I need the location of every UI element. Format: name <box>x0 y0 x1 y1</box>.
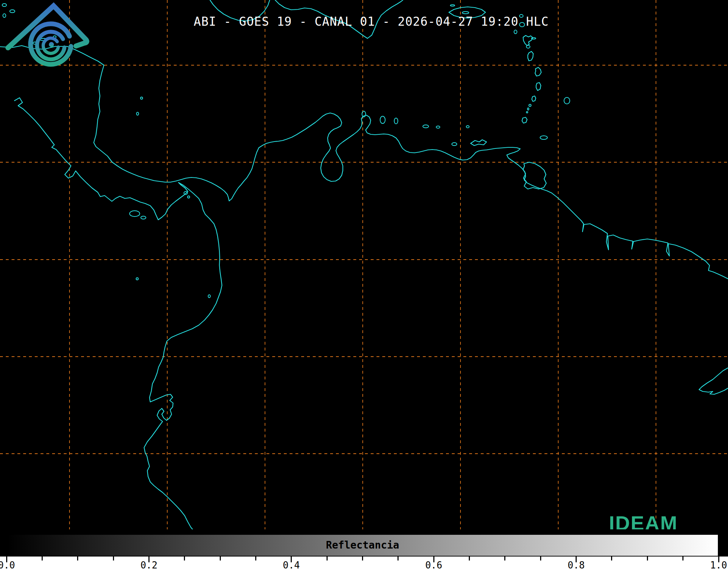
island-coiba <box>130 211 140 217</box>
island-curacao <box>380 116 385 123</box>
island-montserrat <box>514 30 517 34</box>
colorbar-tick-label: 0.0 <box>0 560 15 571</box>
colorbar-tick <box>469 557 470 560</box>
colorbar-tick <box>362 557 363 560</box>
island-la-tortuga <box>452 143 457 146</box>
logo-mountain-icon <box>8 6 87 48</box>
island-gorgona <box>208 295 210 298</box>
island-tobago <box>540 136 547 139</box>
island-guadeloupe <box>523 35 533 46</box>
island-san-andres <box>136 112 139 115</box>
island-los-roques <box>423 125 429 128</box>
colorbar-tick-label: 0.8 <box>568 560 585 571</box>
island-bonaire <box>394 118 398 124</box>
colorbar-tick <box>42 557 43 560</box>
island-grenadine-3 <box>526 112 528 113</box>
island-trinidad <box>523 162 546 189</box>
colorbar-tick-label: 1.0 <box>710 560 727 571</box>
island-barbados <box>564 97 570 104</box>
island-st-vincent <box>532 96 536 101</box>
map-canvas <box>0 0 728 532</box>
colorbar-tick <box>113 557 114 560</box>
colorbar-tick <box>647 557 648 560</box>
island-dominica <box>528 51 533 61</box>
coastline-amazon-mouth-coast <box>699 368 728 394</box>
colorbar-tick-label: 0.6 <box>425 560 442 571</box>
colorbar-tick <box>540 557 541 560</box>
colorbar-tick <box>682 557 683 560</box>
colorbar-tick <box>255 557 256 560</box>
colorbar-tick <box>327 557 328 560</box>
colorbar-label: Reflectancia <box>7 534 719 557</box>
island-marie-galante <box>526 45 530 48</box>
colorbar-tick-label: 0.2 <box>140 560 157 571</box>
island-malpelo <box>136 278 138 280</box>
island-grenadine-1 <box>529 104 531 106</box>
island-vieques <box>450 5 455 6</box>
satellite-map: ABI - GOES 19 - CANAL 01 - 2026-04-27 19… <box>0 0 728 532</box>
coastline-caribbean-mainland-coast <box>0 46 728 279</box>
image-title: ABI - GOES 19 - CANAL 01 - 2026-04-27 19… <box>0 14 728 29</box>
colorbar-tick <box>77 557 78 560</box>
colorbar-tick <box>220 557 221 560</box>
colorbar-tick <box>184 557 185 560</box>
island-blanquilla <box>466 126 469 128</box>
island-st-croix <box>462 12 469 14</box>
colorbar-tick <box>611 557 612 560</box>
colorbar-tick <box>397 557 399 560</box>
island-grenadine-2 <box>527 108 529 110</box>
island-cebaco <box>141 216 146 219</box>
island-martinique <box>535 67 541 76</box>
ideam-logo <box>0 0 109 85</box>
island-st-lucia <box>536 83 541 91</box>
colorbar-tick-label: 0.4 <box>283 560 300 571</box>
satellite-image-viewer: { "title": "ABI - GOES 19 - CANAL 01 - 2… <box>0 0 728 571</box>
colorbar-tick <box>504 557 505 560</box>
island-margarita <box>471 140 487 146</box>
logo-spiral-icon <box>30 24 71 64</box>
island-pearl-island-2 <box>188 196 190 198</box>
colorbar-axis-strip <box>0 557 728 571</box>
island-grenada <box>522 117 527 123</box>
island-providencia <box>140 97 143 99</box>
colorbar-section: Reflectancia 0.00.20.40.60.81.0 <box>0 529 728 571</box>
island-la-orchila <box>436 126 440 128</box>
